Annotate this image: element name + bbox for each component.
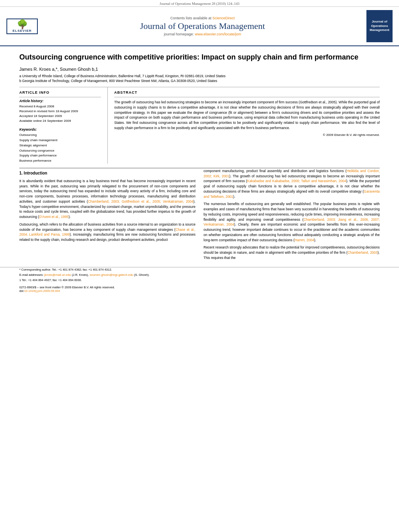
ref-chamberland2003[interactable]: Chamberland, 2003; Gottfredson et al., 2… [88,199,193,203]
abstract-header: ABSTRACT [114,90,380,94]
revised-date: Received in revised form 18 August 2009 [19,109,101,114]
body-col2-para3: Recent research strongly advocates that … [204,245,380,260]
footnotes: * Corresponding author. Tel.: +1 401 874… [0,267,399,283]
ref-garaventa2001[interactable]: Garaventa and Tellefsen, 2001 [204,189,380,199]
email-link-ghosh[interactable]: soumen.ghosh@mgt.gatech.edu [90,273,134,277]
abstract-block: ABSTRACT The growth of outsourcing has l… [108,87,380,164]
keyword-sc-perf: Supply chain performance [19,153,101,158]
abstract-copyright: © 2009 Elsevier B.V. All rights reserved… [114,133,380,137]
ref-daveni1995[interactable]: D'Aveni et al., 1995 [39,215,68,219]
keyword-scm: Supply chain management [19,138,101,143]
keyword-congruence: Outsourcing congruence [19,148,101,154]
affiliations: a University of Rhode Island, College of… [19,74,380,84]
journal-reference: Journal of Operations Management 28 (201… [160,2,239,6]
body-col2-para2: The numerous benefits of outsourcing are… [204,201,380,242]
body-col-right: component manufacturing, product final a… [204,168,380,263]
elsevier-logo: 🌳 ELSEVIER [6,18,39,34]
homepage-link[interactable]: www.elsevier.com/locate/jom [195,32,241,36]
author-list: James R. Kroes a,*, Soumen Ghosh b,1 [19,67,380,72]
body-content: 1. Introduction It is abundantly evident… [0,168,399,263]
journal-title-block: Contents lists available at ScienceDirec… [39,16,366,36]
doi-text: doi:10.1016/j.jom.2009.09.004 [19,289,115,293]
section1-title: 1. Introduction [19,170,195,176]
article-history-label: Article history: [19,99,101,103]
article-info-block: ARTICLE INFO Article history: Received 8… [19,87,108,164]
keywords-label: Keywords: [19,127,101,131]
paper-header: Outsourcing congruence with competitive … [0,46,399,84]
sciencedirect-link: Contents lists available at ScienceDirec… [39,16,366,20]
email-link-kroes[interactable]: jkroes@mail.uri.edu [44,273,71,277]
journal-main-title: Journal of Operations Management [39,21,366,31]
affiliation-b: b Georgia Institute of Technology, Colle… [19,79,380,84]
cover-title: Journal of Operations Management [370,20,389,32]
received-date: Received 8 August 2008 [19,104,101,109]
ref-chase2004[interactable]: Chase et al., 2004; Lankford and Parsa, … [19,228,195,237]
keyword-biz-perf: Business performance [19,158,101,164]
affiliation-a: a University of Rhode Island, College of… [19,74,380,79]
issn-text: 0272-6963/$ – see front matter © 2009 El… [19,286,115,289]
ref-hamm2004[interactable]: Hamm, 2004 [294,238,314,242]
journal-homepage: journal homepage: www.elsevier.com/locat… [39,32,366,36]
bottom-info: 0272-6963/$ – see front matter © 2009 El… [0,284,399,294]
available-date: Available online 24 September 2009 [19,119,101,123]
footnote-one: 1 Tel.: +1 404 894 4927; fax: +1 404 894… [19,278,380,282]
body-col2-para1: component manufacturing, product final a… [204,168,380,199]
author-names: James R. Kroes a,*, Soumen Ghosh b,1 [19,67,98,72]
article-info-abstract: ARTICLE INFO Article history: Received 8… [0,87,399,164]
footnote-email: E-mail addresses: jkroes@mail.uri.edu (J… [19,273,380,277]
body-col1-para2: Outsourcing, which refers to the allocat… [19,222,195,242]
ref-heikkila2002[interactable]: Heikkila and Cordon, 2002; Kirk, 2001 [204,169,380,178]
journal-header: 🌳 ELSEVIER Contents lists available at S… [0,7,399,46]
article-info-header: ARTICLE INFO [19,90,101,94]
doi-label: doi: [19,289,24,293]
ref-chamberland2003c[interactable]: Chamberland, 2003 [348,251,378,255]
body-col1-para1: It is abundantly evident that outsourcin… [19,179,195,220]
body-col-left: 1. Introduction It is abundantly evident… [19,168,195,263]
elsevier-brand: ELSEVIER [8,29,36,33]
sciencedirect-anchor[interactable]: ScienceDirect [212,16,235,20]
issn-info: 0272-6963/$ – see front matter © 2009 El… [19,286,115,293]
paper-title: Outsourcing congruence with competitive … [19,53,380,62]
accepted-date: Accepted 18 September 2009 [19,114,101,119]
keyword-outsourcing: Outsourcing [19,133,101,138]
ref-kakabadse2000[interactable]: Kakabadse and Kakabadse, 2000; Talluri a… [247,179,346,183]
elsevier-tree-icon: 🌳 [8,20,36,29]
doi-link[interactable]: 10.1016/j.jom.2009.09.004 [24,289,60,293]
ref-chamberland2003b[interactable]: Chamberland, 2003; Jiang et al., 2006, 2… [204,218,380,227]
journal-cover-image: Journal of Operations Management [366,10,393,42]
keyword-strategic: Strategic alignment [19,143,101,148]
top-bar: Journal of Operations Management 28 (201… [0,0,399,7]
footnote-star: * Corresponding author. Tel.: +1 401 874… [19,267,380,272]
abstract-text: The growth of outsourcing has led outsou… [114,100,380,131]
